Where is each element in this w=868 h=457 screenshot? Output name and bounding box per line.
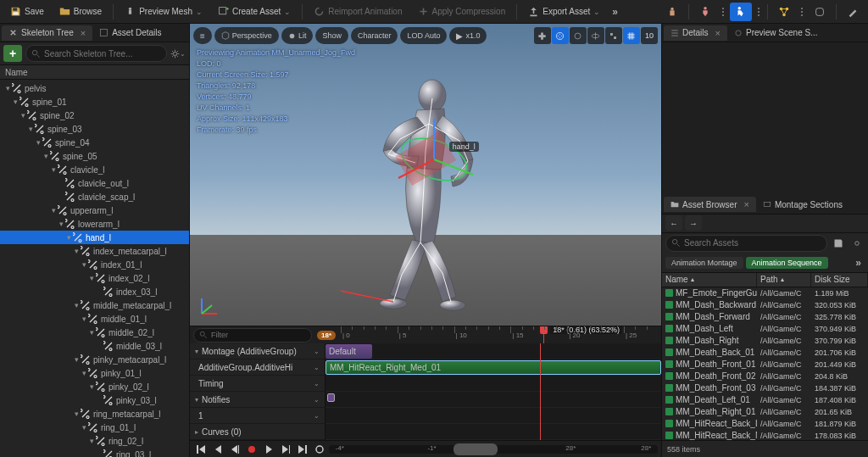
add-bone-button[interactable]: + xyxy=(3,45,22,62)
caret-icon[interactable]: ▾ xyxy=(57,220,65,228)
tree-row[interactable]: ▾ middle_02_l xyxy=(0,326,189,339)
asset-row[interactable]: MM_Death_Front_02 /All/Game/C 204.8 KiB xyxy=(662,371,868,382)
create-asset-button[interactable]: Create Asset⌄ xyxy=(211,3,298,20)
asset-save-button[interactable] xyxy=(831,236,846,251)
caret-icon[interactable]: ▾ xyxy=(11,98,19,106)
tree-row[interactable]: ▾ hand_l xyxy=(0,231,189,244)
export-asset-button[interactable]: Export Asset⌄ xyxy=(521,3,607,20)
track-header-row[interactable]: ▸Curves (0) xyxy=(190,424,325,440)
toolbar-overflow[interactable]: » xyxy=(609,6,621,18)
asset-row[interactable]: MM_Dash_Backward /All/Game/C 320.053 KiB xyxy=(662,299,868,311)
tree-row[interactable]: middle_03_l xyxy=(0,339,189,353)
tree-row[interactable]: ▾ pinky_metacarpal_l xyxy=(0,353,189,366)
tree-row[interactable]: ▾ index_metacarpal_l xyxy=(0,244,189,258)
asset-row[interactable]: MM_Death_Back_01 /All/Game/C 201.706 KiB xyxy=(662,347,868,359)
select-tool-button[interactable] xyxy=(534,27,551,44)
caret-icon[interactable]: ▾ xyxy=(87,437,96,445)
tree-row[interactable]: ▾ index_01_l xyxy=(0,258,189,271)
mode-blueprint-button[interactable] xyxy=(773,3,795,21)
caret-icon[interactable]: ▾ xyxy=(80,260,88,269)
caret-icon[interactable]: ▾ xyxy=(72,247,81,255)
skeleton-search-input[interactable] xyxy=(44,49,161,59)
mode-skeleton-button[interactable] xyxy=(661,3,683,21)
tree-row[interactable]: ▾ spine_03 xyxy=(0,122,189,136)
tab-details[interactable]: Details × xyxy=(664,25,727,41)
tree-row[interactable]: ring_03_l xyxy=(0,448,189,457)
caret-icon[interactable]: ▾ xyxy=(72,410,81,418)
loop-button[interactable] xyxy=(312,442,326,456)
tree-row[interactable]: ▾ pinky_02_l xyxy=(0,380,189,393)
track-header-row[interactable]: Timing⌄ xyxy=(190,376,325,392)
asset-row[interactable]: MM_HitReact_Back_M /All/Game/C 178.083 K… xyxy=(662,430,868,441)
play-reverse-button[interactable] xyxy=(227,442,242,456)
asset-row[interactable]: MM_Dash_Left /All/Game/C 370.949 KiB xyxy=(662,323,868,335)
asset-row[interactable]: MM_Death_Right_01 /All/Game/C 201.65 KiB xyxy=(662,406,868,418)
step-forward-button[interactable] xyxy=(278,442,292,456)
track-header-row[interactable]: AdditiveGroup.AdditiveHi⌄ xyxy=(190,359,325,376)
tree-row[interactable]: ▾ ring_metacarpal_l xyxy=(0,407,189,421)
perspective-button[interactable]: Perspective xyxy=(214,27,279,44)
playback-speed-button[interactable]: ▶x1.0 xyxy=(449,27,487,44)
asset-list[interactable]: MF_Emote_FingerGun /All/Game/C 1.189 MiB… xyxy=(662,287,868,441)
chevron-down-icon[interactable]: ⌄ xyxy=(314,364,320,371)
close-icon[interactable]: × xyxy=(81,28,86,38)
asset-row[interactable]: MM_Death_Front_01 /All/Game/C 201.449 Ki… xyxy=(662,359,868,371)
header-name[interactable]: Name▴ xyxy=(662,273,757,287)
caret-icon[interactable]: ▾ xyxy=(19,111,27,120)
filter-animation-sequence[interactable]: Animation Sequence xyxy=(746,257,828,269)
skeleton-tree[interactable]: ▾ pelvis▾ spine_01▾ spine_02▾ spine_03▾ … xyxy=(0,80,189,457)
tree-row[interactable]: ▾ spine_02 xyxy=(0,109,189,122)
snap-translate-button[interactable] xyxy=(605,27,622,44)
tree-row[interactable]: ▾ ring_02_l xyxy=(0,434,189,448)
tree-row[interactable]: clavicle_out_l xyxy=(0,176,189,190)
caret-icon[interactable]: ▾ xyxy=(49,165,58,174)
nav-forward-button[interactable]: → xyxy=(685,215,702,231)
character-button[interactable]: Character xyxy=(351,27,398,44)
caret-icon[interactable]: ▾ xyxy=(72,301,81,309)
save-button[interactable]: Save xyxy=(3,3,51,20)
skeleton-settings-button[interactable]: ⌄ xyxy=(170,46,186,61)
caret-icon[interactable]: ▾ xyxy=(80,315,88,323)
timeline-filter[interactable] xyxy=(193,328,312,343)
tab-asset-details[interactable]: Asset Details xyxy=(92,25,168,40)
tab-asset-browser[interactable]: Asset Browser × xyxy=(664,197,756,212)
apply-compression-button[interactable]: Apply Compression xyxy=(411,3,513,20)
record-button[interactable] xyxy=(244,442,259,456)
caret-icon[interactable]: ▾ xyxy=(87,382,96,391)
asset-search-input[interactable] xyxy=(684,238,821,248)
asset-row[interactable]: MF_Emote_FingerGun /All/Game/C 1.189 MiB xyxy=(662,287,868,299)
tree-row[interactable]: ▾ pinky_01_l xyxy=(0,366,189,380)
tree-row[interactable]: clavicle_scap_l xyxy=(0,190,189,203)
tree-row[interactable]: ▾ spine_04 xyxy=(0,136,189,149)
tree-row[interactable]: ▾ spine_05 xyxy=(0,149,189,163)
grid-size-value[interactable]: 10 xyxy=(641,27,658,44)
mode-animation-options[interactable] xyxy=(754,8,763,16)
rotate-tool-button[interactable] xyxy=(570,27,587,44)
caret-icon[interactable]: ▾ xyxy=(195,396,198,404)
nav-back-button[interactable]: ← xyxy=(665,215,682,231)
tree-row[interactable]: pinky_03_l xyxy=(0,393,189,407)
range-thumb[interactable] xyxy=(453,443,498,455)
mode-animation-button[interactable] xyxy=(730,3,752,21)
caret-icon[interactable]: ▾ xyxy=(34,138,42,147)
track-header-row[interactable]: ▾Montage (AdditiveGroup)⌄ xyxy=(190,343,325,359)
caret-icon[interactable]: ▸ xyxy=(195,428,198,436)
caret-icon[interactable]: ▾ xyxy=(64,233,73,242)
caret-icon[interactable]: ▾ xyxy=(87,328,96,337)
caret-icon[interactable]: ▾ xyxy=(195,348,198,355)
caret-icon[interactable]: ▾ xyxy=(26,125,35,133)
tree-row[interactable]: ▾ middle_metacarpal_l xyxy=(0,298,189,312)
mode-blueprint-options[interactable] xyxy=(798,8,806,16)
move-tool-button[interactable] xyxy=(552,27,569,44)
skeleton-search[interactable] xyxy=(25,45,167,62)
caret-icon[interactable]: ▾ xyxy=(72,355,81,364)
show-button[interactable]: Show xyxy=(315,27,348,44)
chevron-down-icon[interactable]: ⌄ xyxy=(314,396,320,404)
go-to-start-button[interactable] xyxy=(193,442,208,456)
caret-icon[interactable]: ▾ xyxy=(42,152,50,160)
time-ruler[interactable]: 18* (0.61) (63.52%) | 0| 5| 10| 15| 20| … xyxy=(341,326,658,343)
tree-row[interactable]: ▾ clavicle_l xyxy=(0,163,189,176)
clip-default[interactable]: Default xyxy=(326,344,372,359)
filter-animation-montage[interactable]: Animation Montage xyxy=(665,257,743,269)
tree-row[interactable]: ▾ lowerarm_l xyxy=(0,217,189,231)
